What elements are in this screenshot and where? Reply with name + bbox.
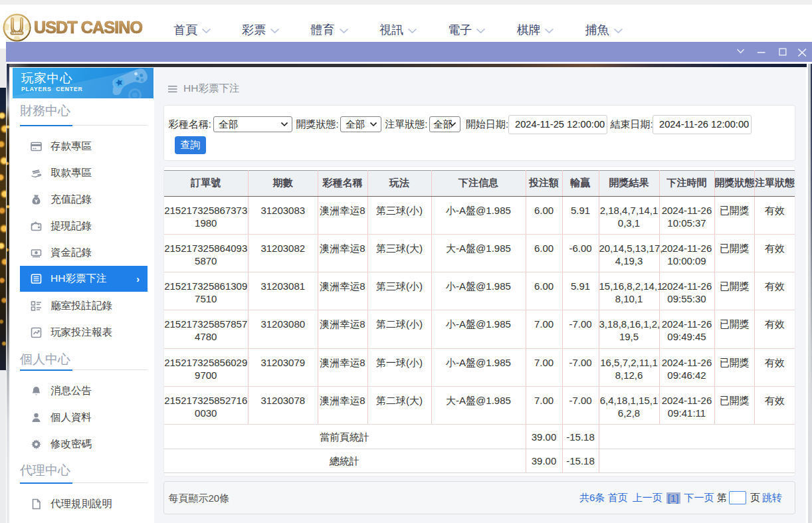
svg-text:CASINO: CASINO	[11, 31, 23, 35]
